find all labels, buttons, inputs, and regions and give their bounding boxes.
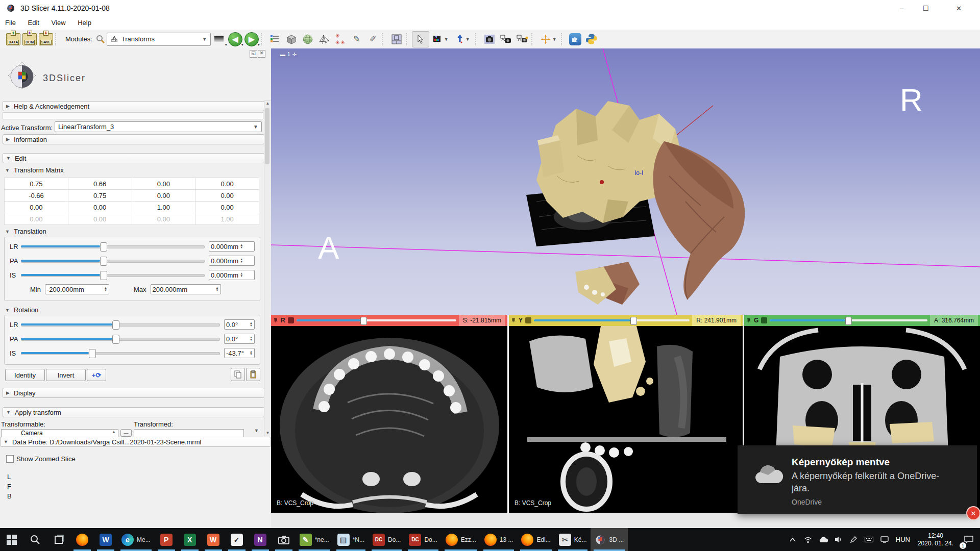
extensions-manager-button[interactable] [567,32,583,47]
menu-edit[interactable]: Edit [23,16,44,29]
yellow-slice-view[interactable]: B: VCS_Crop [509,326,743,513]
taskbar-firefox-button-3[interactable]: Edi... [517,528,554,551]
volume-rendering-icon[interactable] [300,32,316,47]
tray-audio-icon[interactable] [831,528,846,551]
task-view-button[interactable] [47,528,70,551]
rotation-pa-value[interactable]: 0.0°▲▼ [224,334,255,344]
taskbar-doublecmd-button-1[interactable]: DC Do... [369,528,405,551]
search-button[interactable] [23,528,47,551]
show-zoomed-slice-checkbox[interactable] [6,455,14,463]
menu-view[interactable]: View [46,16,71,29]
rotation-is-value[interactable]: -43.7°▲▼ [224,348,255,358]
red-slice-view[interactable]: B: VCS_Crop [271,326,507,513]
pointer-tool-button[interactable] [412,31,429,47]
transform-matrix-table[interactable]: 0.750.660.000.00 -0.660.750.000.00 0.000… [4,178,259,225]
language-indicator[interactable]: HUN [892,528,914,551]
layout-selector[interactable] [388,32,405,47]
taskbar-onenote-icon[interactable]: N [249,528,272,551]
close-button[interactable]: ✕ [938,0,980,16]
tray-network-icon[interactable] [800,528,816,551]
information-header[interactable]: ▶ Information [3,134,264,144]
scroll-down-icon[interactable]: ▼ [254,428,259,433]
screenshot-button[interactable] [481,32,498,47]
help-acknowledgement-header[interactable]: ▶ Help & Acknowledgement [3,101,264,111]
volume-cube-icon[interactable] [283,32,300,47]
slice-menu-icon[interactable] [288,317,294,323]
slice-menu-icon[interactable] [525,317,531,323]
onedrive-notification[interactable]: Képernyőkép mentve A képernyőkép felkerü… [738,445,977,514]
rotation-header[interactable]: ▼ Rotation [5,306,38,314]
taskbar-doublecmd-button-2[interactable]: DC Do... [405,528,441,551]
taskbar-slicer-button[interactable]: 3D ... [591,528,628,551]
panel-close-icon[interactable]: ✕ [258,50,265,58]
taskbar-firefox-button-2[interactable]: 13 ... [480,528,518,551]
transformable-list[interactable]: Camera ▲ [1,429,118,437]
action-center-button[interactable]: 1 [958,528,980,551]
module-selector[interactable]: Transforms ▼ [107,33,211,46]
max-value[interactable]: 200.000mm▲▼ [151,284,221,294]
panel-scrollbar[interactable]: ▲ ▼ [264,101,272,436]
scene-view-capture-icon[interactable] [498,32,514,47]
taskbar-edge-button[interactable]: e Me... [117,528,155,551]
menu-help[interactable]: Help [72,16,96,29]
measurement-icon[interactable]: ✐ [365,32,381,47]
transfer-arrow-button[interactable]: — [120,429,132,437]
transformed-list[interactable] [134,429,244,437]
yellow-slice-slider[interactable] [534,317,690,324]
edit-header[interactable]: ▼ Edit [3,153,264,163]
module-back-button[interactable]: ◀▾ [227,32,243,47]
tray-chevron-up-icon[interactable] [785,528,800,551]
menu-file[interactable]: File [0,16,21,29]
module-search-icon[interactable] [94,32,107,47]
translation-header[interactable]: ▼ Translation [5,228,46,235]
maximize-button[interactable]: ☐ [914,0,938,16]
markups-icon[interactable]: ✳✳✳ [332,32,349,47]
module-history-button[interactable]: ▾ [211,32,227,47]
data-probe-header[interactable]: ▼ Data Probe: D:/Downloads/Varga Csill..… [0,437,271,447]
transform-matrix-header[interactable]: ▼ Transform Matrix [5,166,64,174]
view-controller-pin[interactable]: ▬ 1 ✛ [278,51,299,58]
tray-onedrive-icon[interactable] [816,528,831,551]
red-slice-slider[interactable] [297,317,456,324]
scene-view-restore-icon[interactable] [514,32,530,47]
rotation-is-slider[interactable] [21,348,220,358]
taskbar-camera-icon[interactable] [272,528,296,551]
taskbar-clock[interactable]: 12:40 2020. 01. 24. [914,528,958,551]
slice-menu-icon[interactable] [761,317,767,323]
tray-keyboard-icon[interactable] [862,528,877,551]
active-transform-selector[interactable]: LinearTransform_3▼ [55,121,262,132]
taskbar-notepadpp-button[interactable]: ✎ *ne... [296,528,333,551]
translation-is-value[interactable]: 0.000mm▲▼ [209,270,255,280]
tray-display-icon[interactable] [877,528,892,551]
taskbar-firefox-button-1[interactable]: Ezz... [442,528,480,551]
taskbar-todo-icon[interactable]: ✓ [225,528,249,551]
taskbar-snipping-button[interactable]: ✂ Ké... [555,528,591,551]
translation-pa-slider[interactable] [21,256,205,265]
taskbar-wps-icon[interactable]: W [202,528,225,551]
display-header[interactable]: ▶ Display [3,388,264,398]
start-button[interactable] [0,528,23,551]
taskbar-word-icon[interactable]: W [94,528,117,551]
place-markup-button[interactable]: ▼ [452,32,474,47]
paste-transform-icon[interactable] [246,368,260,381]
save-button[interactable]: ⬇SAVE [38,32,54,47]
annotation-pencil-icon[interactable]: ✎ [349,32,365,47]
rotation-lr-slider[interactable] [21,320,220,329]
taskbar-excel-icon[interactable]: X [178,528,202,551]
module-hierarchy-icon[interactable] [267,32,283,47]
python-console-button[interactable] [583,32,600,47]
invert-button[interactable]: Invert [46,369,86,381]
identity-button[interactable]: Identity [5,369,45,381]
load-data-button[interactable]: ⬆DATA [5,32,21,47]
rotation-pa-slider[interactable] [21,334,220,343]
taskbar-notepad-button[interactable]: ▤ *N... [333,528,369,551]
minimize-button[interactable]: – [890,0,914,16]
load-dicom-button[interactable]: ⬍DCM [21,32,38,47]
mesh-icon[interactable] [316,32,332,47]
translation-lr-slider[interactable] [21,242,205,251]
translation-lr-value[interactable]: 0.000mm▲▼ [209,241,255,252]
rotation-lr-value[interactable]: 0.0°▲▼ [224,319,255,330]
crosshair-button[interactable]: ▼ [537,32,560,47]
min-value[interactable]: -200.000mm▲▼ [45,284,109,294]
green-slice-slider[interactable] [770,317,927,324]
